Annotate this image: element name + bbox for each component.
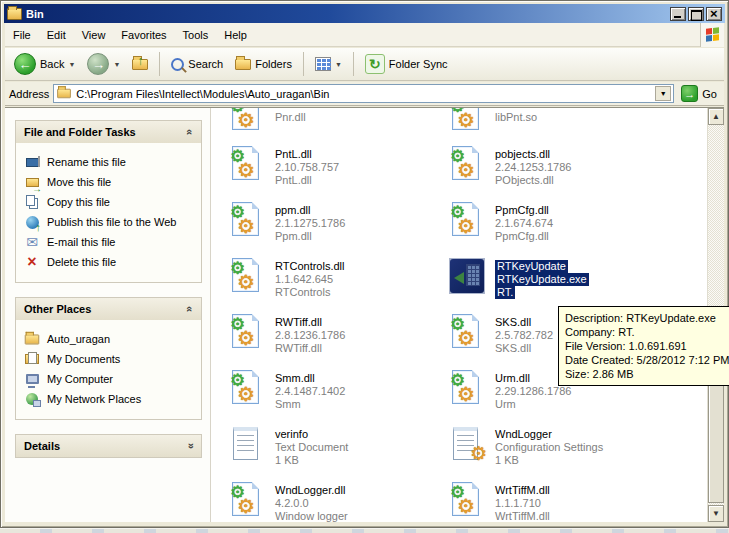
file-version: RTKeyUpdate.exe [495,273,589,286]
address-dropdown-button[interactable]: ▼ [655,86,671,101]
minimize-button[interactable] [670,7,686,21]
task-rename-this-file[interactable]: Rename this file [24,152,195,172]
file-tile-smm[interactable]: Smm.dll 2.4.1487.1402 Smm [229,366,449,422]
place-label: My Documents [47,353,120,365]
place-my-network-places[interactable]: My Network Places [24,389,195,409]
file-tile-rtcontrols[interactable]: RTControls.dll 1.1.642.645 RTControls [229,254,449,310]
close-button[interactable] [706,7,722,21]
folder-sync-button[interactable]: Folder Sync [360,52,453,76]
panel-title: Details [24,440,187,452]
back-button[interactable]: Back ▼ [9,51,80,77]
file-tile-ppmcfg[interactable]: PpmCfg.dll 2.1.674.674 PpmCfg.dll [449,198,553,254]
file-name: Urm.dll [495,372,530,384]
menu-tools[interactable]: Tools [175,26,217,44]
my-network-icon [24,391,40,407]
task-copy-this-file[interactable]: Copy this file [24,192,195,212]
file-tile-libpnt[interactable]: libPnt.so [449,108,561,142]
folders-label: Folders [255,58,292,70]
file-tile-urm[interactable]: Urm.dll 2.29.1286.1786 Urm [449,366,571,422]
scroll-down-button[interactable]: ▼ [708,505,724,522]
window-folder-icon [7,8,22,20]
forward-button[interactable]: ▼ [82,51,125,77]
scroll-thumb[interactable] [708,373,724,503]
file-tile-sks[interactable]: SKS.dll 2.5.782.782 SKS.dll [449,310,553,366]
file-version: 2.24.1253.1786 [495,161,571,173]
back-icon [14,53,36,75]
file-tile-pnr[interactable]: Pnr.dll [229,108,449,142]
task-publish-this-file[interactable]: Publish this file to the Web [24,212,195,232]
address-folder-icon [58,89,72,98]
task-label: Delete this file [47,256,116,268]
file-name: pobjects.dll [495,148,550,160]
views-icon [315,57,331,71]
menu-edit[interactable]: Edit [39,26,74,44]
views-dropdown-icon[interactable]: ▼ [335,61,342,68]
search-button[interactable]: Search [166,56,228,73]
place-my-computer[interactable]: My Computer [24,369,195,389]
dll-icon [449,482,485,518]
folder-sync-label: Folder Sync [389,58,448,70]
toolbar-separator [303,52,304,76]
place-auto-uragan[interactable]: Auto_uragan [24,329,195,349]
config-settings-icon [449,426,485,462]
file-tile-pobjects[interactable]: pobjects.dll 2.24.1253.1786 PObjects.dll [449,142,571,198]
back-dropdown-icon[interactable]: ▼ [68,61,75,68]
place-my-documents[interactable]: My Documents [24,349,195,369]
file-tile-wrttiffm[interactable]: WrtTiffM.dll 1.1.1.710 WrtTiffM.dll [449,478,550,522]
email-icon [24,234,40,250]
file-tile-verinfo[interactable]: verinfo Text Document 1 KB [229,422,449,478]
menu-favorites[interactable]: Favorites [113,26,174,44]
file-name: WrtTiffM.dll [495,484,550,496]
place-label: Auto_uragan [47,333,110,345]
explorer-window: Bin File Edit View Favorites Tools Help … [0,0,729,528]
file-name: WndLogger [495,428,552,440]
expand-chevron-icon[interactable]: « [184,443,196,449]
tooltip-company: Company: RT. [565,325,729,339]
file-name: RTControls.dll [275,260,345,272]
toolbar-separator [353,52,354,76]
standard-buttons-toolbar: Back ▼ ▼ Search Folders ▼ Folder Sync [5,48,724,81]
file-folder-tasks-header[interactable]: File and Folder Tasks « [16,121,201,143]
address-label: Address [9,88,49,100]
task-move-this-file[interactable]: Move this file [24,172,195,192]
place-label: My Computer [47,373,113,385]
window-title: Bin [26,8,668,20]
views-button[interactable]: ▼ [310,55,347,73]
details-header[interactable]: Details « [16,435,201,457]
maximize-button[interactable] [688,7,704,21]
address-path[interactable]: C:\Program Files\Intellect\Modules\Auto_… [76,88,651,100]
file-row: verinfo Text Document 1 KB WndLogger Con… [211,422,707,478]
task-delete-this-file[interactable]: Delete this file [24,252,195,272]
go-button[interactable]: Go [678,84,720,103]
dll-icon [229,482,265,518]
forward-dropdown-icon[interactable]: ▼ [113,61,120,68]
file-row: PntL.dll 2.10.758.757 PntL.dll pobjects.… [211,142,707,198]
up-button[interactable] [127,57,153,72]
task-email-this-file[interactable]: E-mail this file [24,232,195,252]
task-label: Copy this file [47,196,110,208]
copy-icon [24,194,40,210]
file-tile-wndlogger-dll[interactable]: WndLogger.dll 4.2.0.0 Window logger [229,478,449,522]
collapse-chevron-icon[interactable]: « [184,129,196,135]
file-tile-rwtiff[interactable]: RWTiff.dll 2.8.1236.1786 RWTiff.dll [229,310,449,366]
address-input[interactable]: C:\Program Files\Intellect\Modules\Auto_… [53,84,674,103]
file-version: 1.1.642.645 [275,273,333,285]
other-places-header[interactable]: Other Places « [16,298,201,320]
folders-button[interactable]: Folders [230,56,297,72]
go-label: Go [702,88,717,100]
file-size: 1 KB [275,454,299,466]
file-tile-pntl[interactable]: PntL.dll 2.10.758.757 PntL.dll [229,142,449,198]
file-name: verinfo [275,428,308,440]
file-tile-rtkeyupdate-selected[interactable]: RTKeyUpdate RTKeyUpdate.exe RT. [449,254,589,310]
toolbar-separator [159,52,160,76]
collapse-chevron-icon[interactable]: « [184,306,196,312]
file-tile-ppm[interactable]: ppm.dll 2.1.1275.1786 Ppm.dll [229,198,449,254]
scroll-up-button[interactable]: ▲ [708,108,724,125]
menu-view[interactable]: View [74,26,114,44]
menu-help[interactable]: Help [216,26,255,44]
menu-file[interactable]: File [5,26,39,44]
file-tile-wndlogger-ini[interactable]: WndLogger Configuration Settings 1 KB [449,422,603,478]
file-name: PpmCfg.dll [495,204,549,216]
title-bar[interactable]: Bin [4,4,725,23]
dll-icon [449,314,485,350]
